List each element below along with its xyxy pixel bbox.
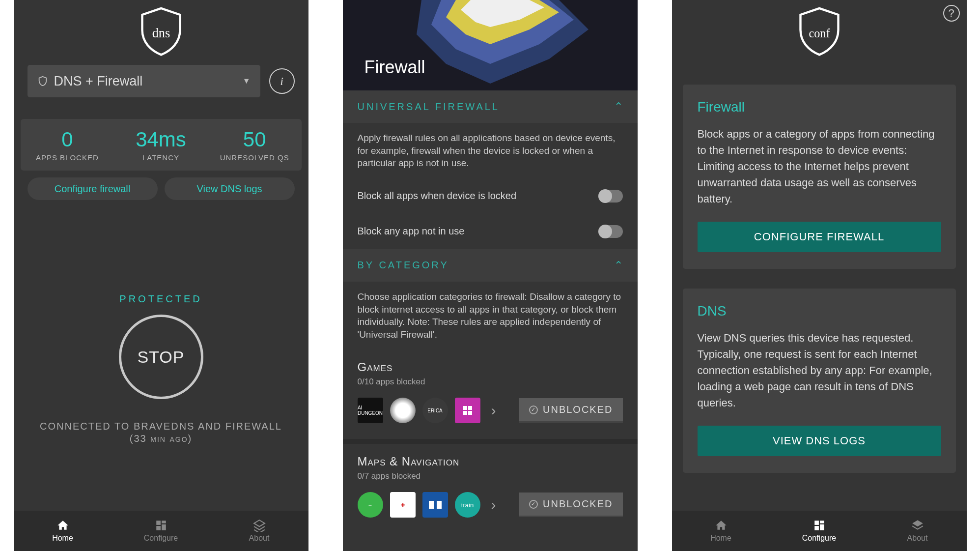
mode-label: DNS + Firewall <box>54 74 243 89</box>
chevron-right-icon[interactable]: › <box>491 402 496 419</box>
toggle-block-locked[interactable] <box>599 190 623 203</box>
app-icon: → <box>358 492 383 518</box>
check-circle-icon: ✓ <box>529 500 538 509</box>
svg-rect-12 <box>468 411 472 415</box>
stat-latency: 34ms LATENCY <box>114 128 208 162</box>
page-title: Firewall <box>364 57 425 78</box>
view-dns-logs-button[interactable]: View DNS logs <box>165 177 295 200</box>
logo-area: conf <box>672 0 967 65</box>
configure-screen: ? conf Firewall Block apps or a category… <box>672 0 967 551</box>
svg-rect-19 <box>814 526 819 530</box>
nav-configure[interactable]: Configure <box>112 511 210 551</box>
svg-rect-17 <box>820 521 824 523</box>
stat-unresolved: 50 UNRESOLVED QS <box>208 128 302 162</box>
nav-home[interactable]: Home <box>14 511 112 551</box>
nav-configure[interactable]: Configure <box>770 511 868 551</box>
svg-rect-2 <box>162 521 166 523</box>
unblocked-button-maps[interactable]: ✓ UNBLOCKED <box>519 493 622 517</box>
firewall-card: Firewall Block apps or a category of app… <box>683 85 956 269</box>
bottom-nav: Home Configure About <box>672 511 967 551</box>
app-icon <box>422 492 448 518</box>
dns-card: DNS View DNS queries this device has req… <box>683 289 956 473</box>
connection-status: CONNECTED TO BRAVEDNS AND FIREWALL (33 m… <box>14 421 308 444</box>
layers-icon <box>911 519 924 532</box>
by-category-header[interactable]: BY CATEGORY ⌃ <box>343 249 638 282</box>
nav-home[interactable]: Home <box>672 511 770 551</box>
category-maps[interactable]: Maps & Navigation 0/7 apps blocked → ✚ t… <box>343 444 638 533</box>
app-icon: ERICA <box>422 398 448 423</box>
chevron-up-icon: ⌃ <box>614 259 623 272</box>
nav-about[interactable]: About <box>868 511 967 551</box>
nav-about[interactable]: About <box>210 511 308 551</box>
dashboard-icon <box>155 519 168 532</box>
app-icon <box>390 398 416 423</box>
mode-dropdown[interactable]: DNS + Firewall ▼ <box>28 65 260 97</box>
app-icons-maps: → ✚ train <box>358 492 480 518</box>
shield-icon <box>37 76 48 87</box>
app-icon: ✚ <box>390 492 416 518</box>
svg-rect-14 <box>437 501 442 509</box>
check-circle-icon: ✓ <box>529 406 538 414</box>
info-button[interactable]: i <box>269 68 295 94</box>
shield-conf-logo-icon: conf <box>792 4 846 58</box>
app-icon: train <box>455 492 480 518</box>
configure-firewall-button[interactable]: Configure firewall <box>28 177 158 200</box>
by-category-desc: Choose application categories to firewal… <box>343 282 638 350</box>
svg-rect-16 <box>814 521 819 525</box>
status-protected: PROTECTED <box>14 293 308 305</box>
home-icon <box>56 519 69 532</box>
help-button[interactable]: ? <box>943 5 960 22</box>
chevron-down-icon: ▼ <box>243 77 251 86</box>
svg-rect-18 <box>820 524 824 530</box>
layers-icon <box>253 519 266 532</box>
firewall-screen: Firewall UNIVERSAL FIREWALL ⌃ Apply fire… <box>343 0 638 551</box>
universal-firewall-header[interactable]: UNIVERSAL FIREWALL ⌃ <box>343 90 638 123</box>
home-icon <box>715 519 728 532</box>
universal-firewall-desc: Apply firewall rules on all applications… <box>343 123 638 178</box>
configure-firewall-button[interactable]: CONFIGURE FIREWALL <box>698 222 941 252</box>
toggle-block-locked-row: Block all apps when device is locked <box>343 178 638 214</box>
unblocked-button-games[interactable]: ✓ UNBLOCKED <box>519 398 622 423</box>
app-icon: AIDUNGEON <box>358 398 383 423</box>
stats-card: 0 APPS BLOCKED 34ms LATENCY 50 UNRESOLVE… <box>21 119 302 171</box>
svg-rect-13 <box>429 501 434 509</box>
chevron-up-icon: ⌃ <box>614 100 623 113</box>
logo-area: dns <box>14 0 308 65</box>
home-screen: dns DNS + Firewall ▼ i 0 APPS BLOCKED 34… <box>14 0 308 551</box>
stat-blocked: 0 APPS BLOCKED <box>21 128 114 162</box>
mode-row: DNS + Firewall ▼ i <box>14 65 308 97</box>
toggle-block-unused[interactable] <box>599 225 623 238</box>
svg-rect-10 <box>468 406 472 410</box>
chevron-right-icon[interactable]: › <box>491 496 496 513</box>
hero-header: Firewall <box>343 0 638 90</box>
view-dns-logs-button[interactable]: VIEW DNS LOGS <box>698 426 941 456</box>
dashboard-icon <box>813 519 826 532</box>
toggle-block-unused-row: Block any app not in use <box>343 214 638 249</box>
svg-rect-4 <box>156 526 161 530</box>
svg-text:dns: dns <box>152 26 170 40</box>
app-icons-games: AIDUNGEON ERICA <box>358 398 480 423</box>
app-icon <box>455 398 480 423</box>
bottom-nav: Home Configure About <box>14 511 308 551</box>
svg-rect-1 <box>156 521 161 525</box>
svg-rect-9 <box>463 406 467 410</box>
category-games[interactable]: Games 0/10 apps blocked AIDUNGEON ERICA … <box>343 349 638 444</box>
action-buttons: Configure firewall View DNS logs <box>28 177 295 200</box>
shield-dns-logo-icon: dns <box>134 4 188 58</box>
stop-button[interactable]: STOP <box>119 315 203 399</box>
svg-text:conf: conf <box>809 27 830 40</box>
svg-rect-3 <box>162 524 166 530</box>
svg-rect-11 <box>463 411 467 415</box>
